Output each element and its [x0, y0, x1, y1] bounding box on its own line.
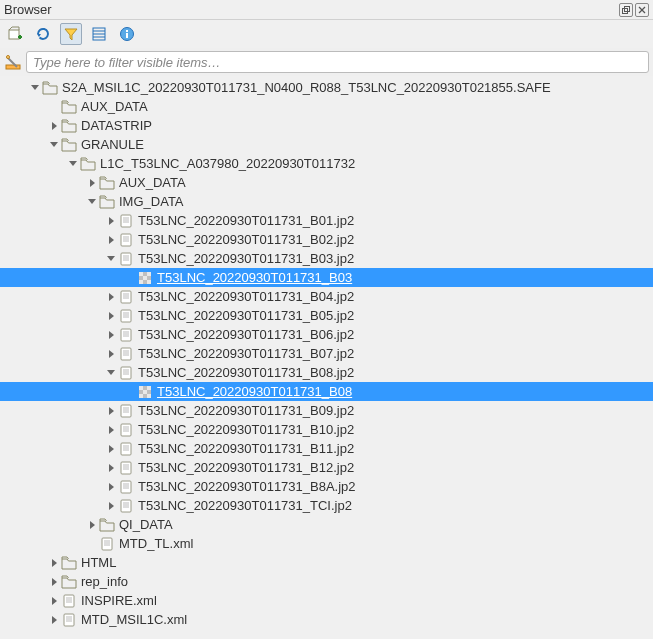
tree-item[interactable]: GRANULE — [0, 135, 653, 154]
file-icon — [118, 498, 134, 514]
file-icon — [118, 460, 134, 476]
tree-item[interactable]: T53LNC_20220930T011731_B10.jp2 — [0, 420, 653, 439]
tree-item[interactable]: T53LNC_20220930T011731_B08 — [0, 382, 653, 401]
expand-icon[interactable] — [104, 290, 118, 304]
tree-item-label: T53LNC_20220930T011731_B07.jp2 — [138, 346, 354, 361]
tree-item[interactable]: IMG_DATA — [0, 192, 653, 211]
file-icon — [118, 365, 134, 381]
undock-button[interactable] — [619, 3, 633, 17]
svg-rect-37 — [139, 280, 143, 284]
svg-rect-77 — [121, 443, 131, 455]
svg-rect-65 — [147, 390, 151, 394]
tree-item[interactable]: L1C_T53LNC_A037980_20220930T011732 — [0, 154, 653, 173]
collapse-all-button[interactable] — [88, 23, 110, 45]
expand-icon[interactable] — [85, 518, 99, 532]
tree-item-label: T53LNC_20220930T011731_B10.jp2 — [138, 422, 354, 437]
file-icon — [118, 346, 134, 362]
tree-item[interactable]: MTD_TL.xml — [0, 534, 653, 553]
expand-icon[interactable] — [104, 309, 118, 323]
close-button[interactable] — [635, 3, 649, 17]
expand-icon[interactable] — [47, 556, 61, 570]
expand-icon[interactable] — [47, 119, 61, 133]
tree-item[interactable]: T53LNC_20220930T011731_B08.jp2 — [0, 363, 653, 382]
tree-item-label: T53LNC_20220930T011731_TCI.jp2 — [138, 498, 352, 513]
tree-item[interactable]: T53LNC_20220930T011731_B05.jp2 — [0, 306, 653, 325]
svg-rect-16 — [6, 65, 20, 69]
file-icon — [99, 536, 115, 552]
tree-item[interactable]: T53LNC_20220930T011731_B07.jp2 — [0, 344, 653, 363]
tree-item[interactable]: T53LNC_20220930T011731_B11.jp2 — [0, 439, 653, 458]
tree-item[interactable]: AUX_DATA — [0, 173, 653, 192]
svg-rect-89 — [121, 500, 131, 512]
svg-rect-85 — [121, 481, 131, 493]
expand-icon[interactable] — [85, 176, 99, 190]
tree-item[interactable]: T53LNC_20220930T011731_B01.jp2 — [0, 211, 653, 230]
tree-item-label: T53LNC_20220930T011731_B11.jp2 — [138, 441, 354, 456]
expand-icon[interactable] — [104, 461, 118, 475]
collapse-icon[interactable] — [28, 81, 42, 95]
collapse-icon[interactable] — [66, 157, 80, 171]
tree-item-label: T53LNC_20220930T011731_B08.jp2 — [138, 365, 354, 380]
tree-item-label: MTD_TL.xml — [119, 536, 193, 551]
svg-rect-44 — [121, 310, 131, 322]
tree-item[interactable]: T53LNC_20220930T011731_B12.jp2 — [0, 458, 653, 477]
expand-icon[interactable] — [104, 499, 118, 513]
tree-item[interactable]: S2A_MSIL1C_20220930T011731_N0400_R088_T5… — [0, 78, 653, 97]
tree-item[interactable]: T53LNC_20220930T011731_B03.jp2 — [0, 249, 653, 268]
tree-item[interactable]: INSPIRE.xml — [0, 591, 653, 610]
expand-icon[interactable] — [104, 442, 118, 456]
expand-icon[interactable] — [104, 214, 118, 228]
tree-item[interactable]: T53LNC_20220930T011731_B03 — [0, 268, 653, 287]
tree-item[interactable]: T53LNC_20220930T011731_B02.jp2 — [0, 230, 653, 249]
titlebar: Browser — [0, 0, 653, 20]
expand-icon[interactable] — [104, 423, 118, 437]
tree-view[interactable]: S2A_MSIL1C_20220930T011731_N0400_R088_T5… — [0, 76, 653, 639]
collapse-icon[interactable] — [104, 252, 118, 266]
svg-rect-35 — [143, 276, 147, 280]
expand-icon[interactable] — [104, 404, 118, 418]
expand-icon[interactable] — [47, 575, 61, 589]
expand-icon[interactable] — [104, 480, 118, 494]
folder-icon — [61, 555, 77, 571]
tree-item[interactable]: T53LNC_20220930T011731_B8A.jp2 — [0, 477, 653, 496]
svg-rect-38 — [143, 280, 147, 284]
twisty-none — [123, 385, 137, 399]
tree-item[interactable]: T53LNC_20220930T011731_TCI.jp2 — [0, 496, 653, 515]
tree-item[interactable]: DATASTRIP — [0, 116, 653, 135]
svg-rect-56 — [121, 367, 131, 379]
expand-icon[interactable] — [47, 594, 61, 608]
collapse-icon[interactable] — [47, 138, 61, 152]
tree-item-label: T53LNC_20220930T011731_B12.jp2 — [138, 460, 354, 475]
tree-item-label: MTD_MSIL1C.xml — [81, 612, 187, 627]
collapse-icon[interactable] — [104, 366, 118, 380]
tree-item[interactable]: AUX_DATA — [0, 97, 653, 116]
file-icon — [61, 593, 77, 609]
tree-item[interactable]: MTD_MSIL1C.xml — [0, 610, 653, 629]
folder-icon — [61, 118, 77, 134]
svg-rect-23 — [121, 234, 131, 246]
expand-icon[interactable] — [104, 233, 118, 247]
tree-item[interactable]: HTML — [0, 553, 653, 572]
tree-item-label: T53LNC_20220930T011731_B02.jp2 — [138, 232, 354, 247]
expand-icon[interactable] — [47, 613, 61, 627]
svg-rect-36 — [147, 276, 151, 280]
raster-icon — [137, 384, 153, 400]
tree-item[interactable]: T53LNC_20220930T011731_B06.jp2 — [0, 325, 653, 344]
tree-item-label: HTML — [81, 555, 116, 570]
expand-icon[interactable] — [104, 328, 118, 342]
filter-toggle-button[interactable] — [60, 23, 82, 45]
add-layer-button[interactable] — [4, 23, 26, 45]
tree-item[interactable]: T53LNC_20220930T011731_B04.jp2 — [0, 287, 653, 306]
tree-item-label: T53LNC_20220930T011731_B06.jp2 — [138, 327, 354, 342]
filter-input[interactable] — [26, 51, 649, 73]
collapse-icon[interactable] — [85, 195, 99, 209]
expand-icon[interactable] — [104, 347, 118, 361]
filter-options-button[interactable] — [4, 53, 22, 71]
refresh-button[interactable] — [32, 23, 54, 45]
twisty-none — [123, 271, 137, 285]
tree-item[interactable]: QI_DATA — [0, 515, 653, 534]
tree-item[interactable]: rep_info — [0, 572, 653, 591]
file-icon — [118, 251, 134, 267]
tree-item[interactable]: T53LNC_20220930T011731_B09.jp2 — [0, 401, 653, 420]
properties-button[interactable] — [116, 23, 138, 45]
